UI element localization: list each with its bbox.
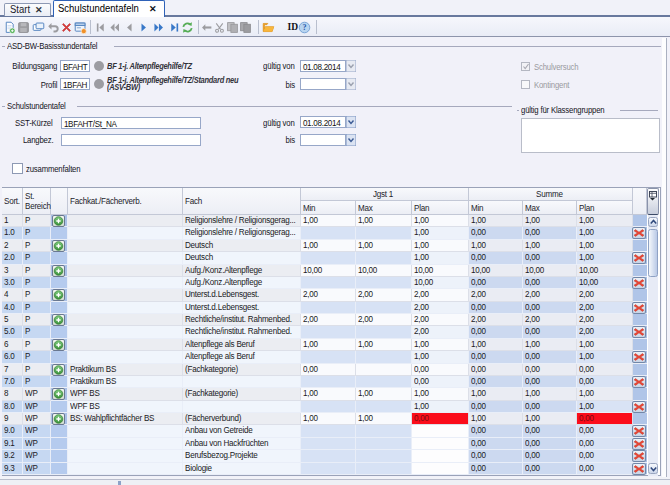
svg-text:?: ?: [302, 23, 306, 32]
